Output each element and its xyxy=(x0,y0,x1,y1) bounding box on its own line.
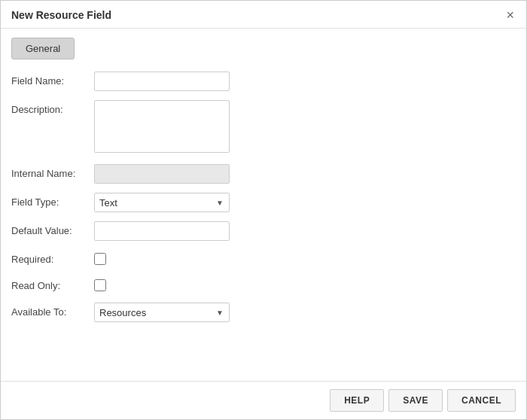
internal-name-row: Internal Name: xyxy=(11,164,516,184)
required-row: Required: xyxy=(11,250,516,267)
default-value-control xyxy=(94,221,516,241)
save-button[interactable]: SAVE xyxy=(388,389,443,412)
default-value-label: Default Value: xyxy=(11,221,94,236)
field-type-control: Text Number Date Boolean ▼ xyxy=(94,193,516,212)
cancel-button[interactable]: CANCEL xyxy=(447,389,516,412)
internal-name-label: Internal Name: xyxy=(11,164,94,179)
available-to-label: Available To: xyxy=(11,303,94,318)
available-to-row: Available To: Resources Tasks Projects ▼ xyxy=(11,303,516,322)
dialog-footer: HELP SAVE CANCEL xyxy=(1,381,526,419)
required-checkbox[interactable] xyxy=(94,253,106,265)
dialog-title: New Resource Field xyxy=(11,9,111,21)
field-type-row: Field Type: Text Number Date Boolean ▼ xyxy=(11,193,516,212)
new-resource-field-dialog: New Resource Field × General Field Name:… xyxy=(0,0,527,420)
read-only-row: Read Only: xyxy=(11,276,516,294)
default-value-input[interactable] xyxy=(94,221,230,241)
field-type-label: Field Type: xyxy=(11,193,94,208)
description-textarea[interactable] xyxy=(94,100,230,153)
read-only-label: Read Only: xyxy=(11,276,94,291)
internal-name-control xyxy=(94,164,516,184)
available-to-select[interactable]: Resources Tasks Projects xyxy=(94,303,230,322)
dialog-body: General Field Name: Description: Interna… xyxy=(1,29,526,381)
dialog-header: New Resource Field × xyxy=(1,1,526,29)
description-row: Description: xyxy=(11,100,516,155)
field-name-label: Field Name: xyxy=(11,72,94,87)
field-type-select[interactable]: Text Number Date Boolean xyxy=(94,193,230,212)
read-only-checkbox[interactable] xyxy=(94,279,106,291)
field-name-input[interactable] xyxy=(94,72,230,91)
description-control xyxy=(94,100,516,155)
required-label: Required: xyxy=(11,250,94,265)
tab-bar: General xyxy=(11,38,516,59)
field-type-select-wrapper: Text Number Date Boolean ▼ xyxy=(94,193,230,212)
tab-general[interactable]: General xyxy=(11,38,75,59)
internal-name-input[interactable] xyxy=(94,164,230,184)
read-only-control xyxy=(94,276,516,294)
field-name-control xyxy=(94,72,516,91)
help-button[interactable]: HELP xyxy=(330,389,384,412)
description-label: Description: xyxy=(11,100,94,115)
field-name-row: Field Name: xyxy=(11,72,516,91)
default-value-row: Default Value: xyxy=(11,221,516,241)
close-button[interactable]: × xyxy=(504,8,516,22)
available-to-select-wrapper: Resources Tasks Projects ▼ xyxy=(94,303,230,322)
available-to-control: Resources Tasks Projects ▼ xyxy=(94,303,516,322)
required-control xyxy=(94,250,516,267)
